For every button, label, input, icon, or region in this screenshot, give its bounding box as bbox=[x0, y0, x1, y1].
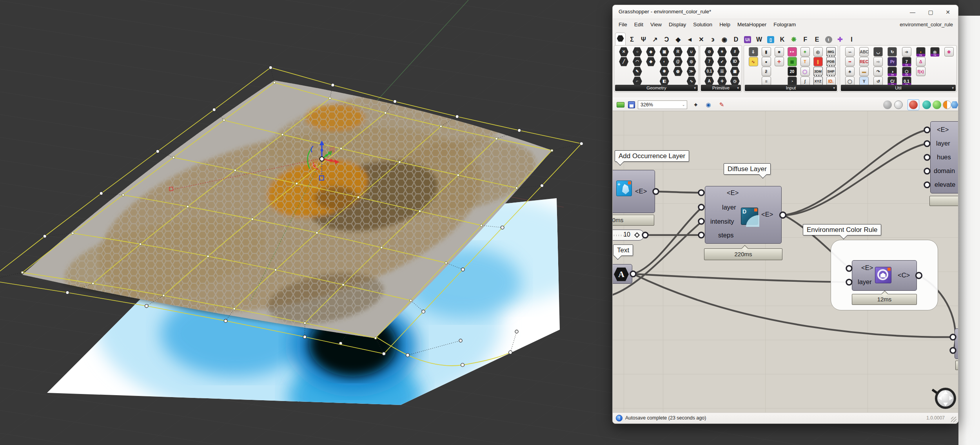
palette-icon-input-r2c5[interactable]: 3DM bbox=[813, 67, 823, 76]
palette-icon-primitive-r0c1[interactable]: ✴ bbox=[717, 47, 727, 57]
save-file-icon[interactable] bbox=[627, 100, 636, 109]
palette-icon-input-r2c1[interactable]: ƻ bbox=[762, 67, 771, 76]
palette-icon-primitive-r2c2[interactable]: ▦ bbox=[730, 67, 740, 76]
palette-icon-input-r0c0[interactable]: ⇩ bbox=[749, 47, 758, 57]
palette-icon-input-r0c3[interactable]: ‣‣ bbox=[788, 47, 797, 57]
palette-icon-geometry-r0c1[interactable]: ○ bbox=[633, 47, 642, 57]
palette-icon-input-r2c4[interactable]: ◯ bbox=[800, 67, 810, 76]
menu-item-help[interactable]: Help bbox=[719, 19, 730, 30]
palette-icon-input-r0c6[interactable]: IMG bbox=[826, 47, 836, 57]
palette-icon-primitive-r0c2[interactable]: # bbox=[730, 47, 740, 57]
zoom-level-select[interactable]: 326% ⌄ bbox=[638, 100, 687, 109]
palette-icon-input-r1c1[interactable]: ● bbox=[762, 57, 771, 66]
palette-group-label-primitive[interactable]: Primitive▾ bbox=[701, 85, 741, 91]
preview-custom-icon[interactable] bbox=[922, 100, 931, 109]
palette-group-label-geometry[interactable]: Geometry▾ bbox=[615, 85, 698, 91]
palette-icon-geometry-r1c1[interactable]: ◠ bbox=[633, 57, 642, 66]
palette-icon-util-r2c3[interactable]: ◑≡x bbox=[887, 67, 897, 76]
palette-icon-util-r1c2[interactable]: ⇨ bbox=[873, 57, 883, 66]
palette-icon-util-r2c2[interactable]: ↷ bbox=[873, 67, 883, 76]
palette-icon-util-r2c5[interactable]: f(x) bbox=[916, 67, 926, 76]
palette-icon-geometry-r1c0[interactable]: ╱ bbox=[619, 57, 628, 66]
wire-diffuse-to-right-2[interactable] bbox=[784, 144, 927, 215]
preview-half-icon[interactable] bbox=[943, 100, 951, 109]
palette-icon-util-r2c0[interactable]: ♣ bbox=[845, 67, 855, 76]
diffuse-layer-component[interactable]: <E> layer intensity steps D <E> bbox=[705, 186, 782, 244]
palette-icon-util-r0c0[interactable]: ∽ bbox=[845, 47, 855, 57]
palette-group-label-util[interactable]: Util▾ bbox=[841, 85, 956, 91]
palette-icon-input-r2c6[interactable]: SHP bbox=[826, 67, 836, 76]
palette-icon-input-r1c4[interactable]: T bbox=[800, 57, 810, 66]
tab-surface[interactable]: ◆ bbox=[673, 34, 684, 45]
tab-plugin-e[interactable]: E bbox=[812, 34, 822, 45]
palette-icon-geometry-r2c1[interactable]: ✎ bbox=[633, 67, 642, 76]
palette-icon-primitive-r2c1[interactable]: ☰ bbox=[717, 67, 727, 76]
palette-icon-geometry-r0c5[interactable]: ∪ bbox=[687, 47, 696, 57]
tab-sets[interactable]: Ψ bbox=[638, 34, 649, 45]
menu-item-metahopper[interactable]: MetaHopper bbox=[737, 19, 766, 30]
tab-plugin-jar[interactable]: ▯ bbox=[766, 34, 776, 45]
palette-icon-geometry-r0c3[interactable]: ▣ bbox=[660, 47, 669, 57]
tab-plugin-t[interactable]: t bbox=[823, 34, 834, 45]
display-mode-sketch-icon[interactable] bbox=[883, 100, 892, 109]
menu-item-file[interactable]: File bbox=[619, 19, 627, 30]
palette-icon-util-r0c2[interactable]: ◡ bbox=[873, 47, 883, 57]
palette-icon-input-r2c3[interactable]: 20 bbox=[788, 67, 797, 76]
tab-plugin-d[interactable]: D bbox=[731, 34, 741, 45]
palette-icon-util-r0c3[interactable]: ↻ bbox=[887, 47, 897, 57]
tab-plugin-w[interactable]: W bbox=[754, 34, 764, 45]
palette-icon-geometry-r2c5[interactable]: ≫ bbox=[687, 67, 696, 76]
tab-plugin-bug[interactable]: ❋ bbox=[789, 34, 799, 45]
label-environment-color-rule[interactable]: Environment Color Rule bbox=[803, 224, 881, 235]
tab-curve[interactable]: Ͻ bbox=[661, 34, 672, 45]
palette-icon-geometry-r2c4[interactable]: ◍ bbox=[673, 67, 682, 76]
palette-icon-geometry-r0c4[interactable]: R bbox=[673, 47, 682, 57]
palette-icon-input-r1c3[interactable]: ▦ bbox=[788, 57, 797, 66]
palette-icon-primitive-r2c0[interactable]: 0.1 bbox=[704, 67, 714, 76]
tab-plugin-i[interactable]: I bbox=[846, 34, 857, 45]
close-button[interactable]: ✕ bbox=[940, 7, 956, 17]
palette-icon-input-r1c6[interactable]: PDB bbox=[826, 57, 836, 66]
palette-icon-geometry-r1c2[interactable]: ◆ bbox=[646, 57, 655, 66]
env-color-rule-component[interactable]: <E> layer <C> bbox=[852, 260, 917, 291]
tab-vector[interactable]: ↗ bbox=[650, 34, 661, 45]
add-occurrence-layer-component[interactable]: + <E> bbox=[613, 170, 655, 213]
palette-group-label-input[interactable]: Input▾ bbox=[745, 85, 837, 91]
tab-display[interactable]: ◉ bbox=[719, 34, 730, 45]
open-file-icon[interactable] bbox=[616, 100, 625, 109]
preview-green-icon[interactable] bbox=[933, 100, 941, 109]
palette-icon-input-r1c2[interactable]: ✛ bbox=[775, 57, 784, 66]
palette-icon-input-r0c4[interactable]: ✦ bbox=[800, 47, 810, 57]
palette-icon-geometry-r1c3[interactable]: ◐ bbox=[660, 57, 669, 66]
display-mode-selected-box[interactable] bbox=[907, 99, 919, 110]
palette-icon-geometry-r1c4[interactable]: @ bbox=[673, 57, 682, 66]
palette-icon-util-r0c7[interactable]: ❀ bbox=[944, 47, 954, 57]
tab-plugin-ui[interactable]: Ui bbox=[742, 34, 753, 45]
clipped-bottom-component[interactable] bbox=[955, 328, 958, 359]
palette-icon-geometry-r0c0[interactable]: ✕ bbox=[619, 47, 628, 57]
focus-extents-icon[interactable]: ⌖ bbox=[691, 100, 701, 109]
label-diffuse-layer[interactable]: Diffuse Layer bbox=[724, 163, 771, 175]
palette-icon-util-r0c5[interactable]: ◖≡x bbox=[916, 47, 926, 57]
palette-icon-geometry-r0c2[interactable]: ◈ bbox=[646, 47, 655, 57]
tab-intersect[interactable]: ✕ bbox=[696, 34, 707, 45]
maximize-button[interactable]: ▢ bbox=[923, 7, 938, 17]
text-panel-component[interactable]: A bbox=[613, 264, 632, 284]
palette-icon-util-r1c3[interactable]: Pr bbox=[887, 57, 897, 66]
tab-plugin-cross[interactable]: ✚ bbox=[835, 34, 846, 45]
menu-item-edit[interactable]: Edit bbox=[634, 19, 643, 30]
palette-icon-input-r1c5[interactable]: ∥ bbox=[813, 57, 823, 66]
palette-icon-util-r0c4[interactable]: ➔ bbox=[902, 47, 911, 57]
palette-icon-util-r0c1[interactable]: ABC bbox=[859, 47, 869, 57]
wire-addocc-to-diffuse[interactable] bbox=[656, 191, 701, 193]
palette-icon-util-r0c6[interactable]: ◉≡x bbox=[930, 47, 940, 57]
palette-icon-geometry-r2c3[interactable]: ❋ bbox=[660, 67, 669, 76]
clipped-right-component[interactable]: <E> layer hues domain elevate bbox=[930, 121, 958, 193]
menu-item-display[interactable]: Display bbox=[669, 19, 686, 30]
resize-grip[interactable] bbox=[951, 417, 956, 422]
palette-icon-geometry-r1c5[interactable]: ◎ bbox=[687, 57, 696, 66]
preview-blue-hex-icon[interactable] bbox=[951, 100, 958, 109]
title-bar[interactable]: Grasshopper - environment_color_rule* — … bbox=[613, 5, 958, 19]
tab-plugin-k[interactable]: K bbox=[777, 34, 788, 45]
label-add-occurrence-layer[interactable]: Add Occurrence Layer bbox=[615, 150, 689, 162]
